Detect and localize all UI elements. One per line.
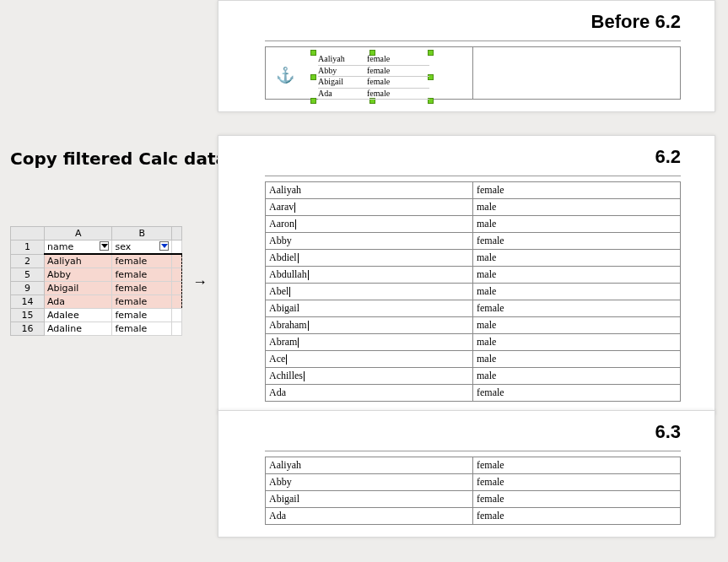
table-cell[interactable]: Abigail [266,491,473,508]
table-cell[interactable]: Abraham [266,317,473,334]
writer-table-before[interactable]: ⚓ AaliyahfemaleAbbyfemaleAbigailfemaleAd… [265,46,681,100]
row-header[interactable]: 15 [11,309,45,322]
col-header-c[interactable] [172,227,182,240]
panel-before: Before 6.2 ⚓ AaliyahfemaleAbbyfemaleAbig… [218,0,715,112]
calc-cell[interactable]: female [112,295,172,309]
table-cell[interactable]: Abdullah [266,267,473,284]
text-cursor [304,371,305,381]
calc-cell[interactable]: female [112,282,172,295]
resize-handle[interactable] [310,98,316,104]
row-header[interactable]: 14 [11,295,45,309]
table-cell[interactable]: female [473,457,681,474]
calc-cell[interactable] [172,254,182,268]
calc-cell[interactable] [172,295,182,309]
calc-cell[interactable]: female [112,322,172,336]
ole-object[interactable]: AaliyahfemaleAbbyfemaleAbigailfemaleAdaf… [313,52,431,101]
calc-cell[interactable]: Adaline [45,322,112,336]
writer-table-63[interactable]: AaliyahfemaleAbbyfemaleAbigailfemaleAdaf… [265,457,681,525]
table-row: Aaliyahfemale [266,182,681,199]
table-cell[interactable]: female [473,508,681,525]
text-cursor [308,321,309,331]
table-cell[interactable]: male [473,368,681,385]
table-row: Abrahammale [266,317,681,334]
writer-cell[interactable] [473,47,681,100]
table-cell[interactable]: Aaron [266,216,473,233]
col-header-a[interactable]: A [45,227,112,240]
table-cell[interactable]: Ace [266,351,473,368]
table-row: Abbyfemale [266,474,681,491]
table-row: Achillesmale [266,368,681,385]
table-row: Abigailfemale [266,300,681,317]
table-cell[interactable]: female [473,300,681,317]
calc-cell[interactable] [172,282,182,295]
table-cell[interactable]: female [473,233,681,250]
table-cell[interactable]: Abel [266,284,473,300]
table-cell[interactable]: male [473,250,681,267]
table-cell[interactable]: Ada [266,385,473,402]
calc-cell[interactable]: female [112,268,172,282]
table-cell[interactable]: male [473,267,681,284]
calc-cell[interactable]: Aaliyah [45,254,112,268]
table-cell[interactable]: Abram [266,334,473,351]
ole-row: Aaliyahfemale [318,54,429,66]
calc-cell[interactable] [172,322,182,336]
text-cursor [298,253,299,263]
calc-cell[interactable]: Abigail [45,282,112,295]
table-cell[interactable]: female [473,491,681,508]
calc-cell[interactable]: name [45,240,112,255]
resize-handle[interactable] [310,74,316,80]
calc-cell[interactable]: Abby [45,268,112,282]
resize-handle[interactable] [310,50,316,56]
row-header[interactable]: 9 [11,282,45,295]
autofilter-icon[interactable] [159,241,169,251]
calc-cell[interactable] [172,268,182,282]
table-cell[interactable]: male [473,284,681,300]
ole-row: Abigailfemale [318,77,429,89]
row-header[interactable]: 1 [11,240,45,255]
table-cell[interactable]: Abigail [266,300,473,317]
table-row: Abdullahmale [266,267,681,284]
table-row: Aaronmale [266,216,681,233]
table-cell[interactable]: Achilles [266,368,473,385]
table-cell[interactable]: Aarav [266,199,473,216]
calc-cell[interactable]: female [112,254,172,268]
table-cell[interactable]: Aaliyah [266,182,473,199]
table-cell[interactable]: male [473,351,681,368]
calc-spreadsheet: A B 1namesex2Aaliyahfemale5Abbyfemale9Ab… [10,226,182,336]
calc-row: 15Adaleefemale [11,309,182,322]
calc-cell[interactable] [172,309,182,322]
calc-row: 14Adafemale [11,295,182,309]
calc-grid[interactable]: A B 1namesex2Aaliyahfemale5Abbyfemale9Ab… [10,226,182,336]
table-cell[interactable]: female [473,385,681,402]
calc-cell[interactable]: sex [112,240,172,255]
calc-corner[interactable] [11,227,45,240]
writer-cell[interactable]: ⚓ AaliyahfemaleAbbyfemaleAbigailfemaleAd… [266,47,473,100]
calc-row: 9Abigailfemale [11,282,182,295]
table-row: Aaravmale [266,199,681,216]
table-cell[interactable]: Abdiel [266,250,473,267]
table-cell[interactable]: male [473,216,681,233]
autofilter-icon[interactable] [100,241,109,251]
row-header[interactable]: 2 [11,254,45,268]
table-cell[interactable]: female [473,182,681,199]
row-header[interactable]: 5 [11,268,45,282]
calc-cell[interactable] [172,240,182,255]
table-cell[interactable]: male [473,199,681,216]
calc-cell[interactable]: Adalee [45,309,112,322]
table-cell[interactable]: Abby [266,233,473,250]
writer-table-62[interactable]: AaliyahfemaleAaravmaleAaronmaleAbbyfemal… [265,181,681,402]
table-cell[interactable]: Aaliyah [266,457,473,474]
calc-cell[interactable]: female [112,309,172,322]
row-header[interactable]: 16 [11,322,45,336]
table-cell[interactable]: Ada [266,508,473,525]
table-cell[interactable]: male [473,317,681,334]
table-cell[interactable]: female [473,474,681,491]
col-header-b[interactable]: B [112,227,172,240]
calc-cell[interactable]: Ada [45,295,112,309]
calc-row: 5Abbyfemale [11,268,182,282]
calc-row: 1namesex [11,240,182,255]
table-row: Abbyfemale [266,233,681,250]
table-row: Abelmale [266,284,681,300]
table-cell[interactable]: male [473,334,681,351]
table-cell[interactable]: Abby [266,474,473,491]
